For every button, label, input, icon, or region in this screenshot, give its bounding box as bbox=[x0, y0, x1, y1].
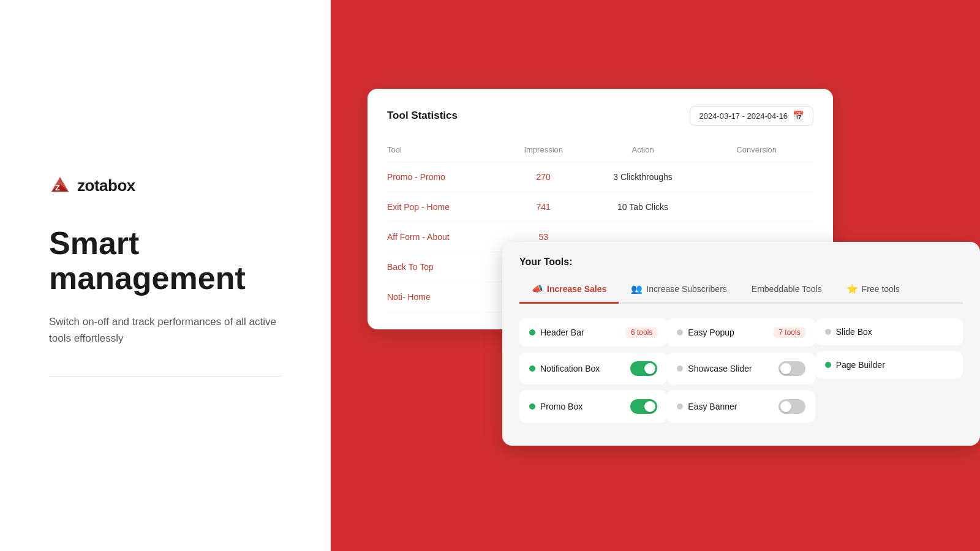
tool-name[interactable]: Back To Top bbox=[387, 262, 501, 272]
toggle-easy-banner[interactable] bbox=[778, 399, 805, 414]
svg-text:Z: Z bbox=[55, 183, 60, 192]
tools-card: Your Tools: 📣 Increase Sales 👥 Increase … bbox=[502, 242, 980, 446]
calendar-icon: 📅 bbox=[793, 110, 804, 121]
page-headline: Smart management bbox=[49, 226, 282, 296]
tab-label: Increase Sales bbox=[547, 284, 606, 294]
status-dot-green bbox=[825, 362, 831, 368]
status-dot-green bbox=[529, 329, 535, 335]
stats-header: Tool Statistics 2024-03-17 - 2024-04-16 … bbox=[387, 106, 813, 126]
page-subtext: Switch on-off and track performances of … bbox=[49, 313, 282, 347]
list-item: Showcase Slider bbox=[667, 353, 815, 384]
toggle-promo-box[interactable] bbox=[630, 399, 657, 414]
tool-item-left: Promo Box bbox=[529, 402, 582, 411]
zotabox-logo-icon: Z bbox=[49, 174, 71, 197]
tools-grid: Header Bar 6 tools Notification Box bbox=[519, 316, 963, 431]
status-dot-green bbox=[529, 403, 535, 410]
col-action: Action bbox=[586, 145, 700, 154]
status-dot-gray bbox=[677, 403, 683, 410]
tool-item-name: Promo Box bbox=[540, 402, 582, 411]
tab-increase-subscribers[interactable]: 👥 Increase Subscribers bbox=[619, 277, 739, 304]
stats-title: Tool Statistics bbox=[387, 110, 458, 122]
impression-val: 53 bbox=[501, 232, 586, 242]
status-dot-green bbox=[529, 365, 535, 372]
stats-table-header: Tool Impression Action Conversion bbox=[387, 140, 813, 162]
tool-column-3: Slide Box Page Builder bbox=[815, 316, 963, 431]
logo-text: zotabox bbox=[77, 176, 135, 195]
list-item: Notification Box bbox=[519, 353, 667, 384]
tool-item-left: Header Bar bbox=[529, 328, 584, 337]
tab-label: Embeddable Tools bbox=[752, 284, 822, 294]
star-icon: ⭐ bbox=[846, 283, 858, 294]
tool-item-name: Header Bar bbox=[540, 328, 584, 337]
tool-name[interactable]: Noti- Home bbox=[387, 292, 501, 302]
list-item: Easy Banner bbox=[667, 391, 815, 422]
tool-item-name: Easy Popup bbox=[688, 328, 734, 337]
table-row: Promo - Promo 270 3 Clickthroughs bbox=[387, 162, 813, 192]
tool-item-left: Easy Popup bbox=[677, 328, 734, 337]
list-item: Header Bar 6 tools bbox=[519, 318, 667, 347]
right-panel: Tool Statistics 2024-03-17 - 2024-04-16 … bbox=[331, 0, 980, 551]
impression-val: 270 bbox=[501, 172, 586, 182]
divider bbox=[49, 376, 282, 377]
tool-item-left: Showcase Slider bbox=[677, 364, 752, 373]
tools-card-title: Your Tools: bbox=[519, 257, 963, 268]
date-range[interactable]: 2024-03-17 - 2024-04-16 📅 bbox=[690, 106, 813, 126]
tool-item-left: Easy Banner bbox=[677, 402, 737, 411]
tab-embeddable-tools[interactable]: Embeddable Tools bbox=[739, 277, 834, 304]
left-panel: Z zotabox Smart management Switch on-off… bbox=[0, 0, 331, 551]
toggle-knob bbox=[780, 363, 791, 374]
tab-increase-sales[interactable]: 📣 Increase Sales bbox=[519, 277, 619, 304]
tool-item-left: Page Builder bbox=[825, 360, 885, 370]
col-tool: Tool bbox=[387, 145, 501, 154]
tools-tabs: 📣 Increase Sales 👥 Increase Subscribers … bbox=[519, 277, 963, 304]
status-dot-gray bbox=[677, 329, 683, 335]
impression-val: 741 bbox=[501, 202, 586, 212]
col-conversion: Conversion bbox=[699, 145, 813, 154]
toggle-knob bbox=[780, 401, 791, 412]
toggle-showcase-slider[interactable] bbox=[778, 361, 805, 376]
tool-column-1: Header Bar 6 tools Notification Box bbox=[519, 316, 667, 431]
tool-column-2: Easy Popup 7 tools Showcase Slider bbox=[667, 316, 815, 431]
megaphone-icon: 📣 bbox=[532, 283, 543, 294]
tool-item-name: Page Builder bbox=[836, 360, 885, 370]
toggle-knob bbox=[644, 401, 655, 412]
list-item: Slide Box bbox=[815, 318, 963, 345]
users-icon: 👥 bbox=[631, 283, 643, 294]
date-range-text: 2024-03-17 - 2024-04-16 bbox=[699, 111, 788, 121]
tool-badge: 7 tools bbox=[774, 327, 805, 338]
tool-name[interactable]: Promo - Promo bbox=[387, 172, 501, 182]
tool-item-left: Slide Box bbox=[825, 327, 872, 337]
tool-item-name: Notification Box bbox=[540, 364, 600, 373]
list-item: Page Builder bbox=[815, 351, 963, 378]
tab-free-tools[interactable]: ⭐ Free tools bbox=[834, 277, 912, 304]
status-dot-gray bbox=[825, 329, 831, 335]
table-row: Exit Pop - Home 741 10 Tab Clicks bbox=[387, 192, 813, 222]
tool-item-name: Slide Box bbox=[836, 327, 872, 337]
tab-label: Free tools bbox=[862, 284, 900, 294]
action-val: 10 Tab Clicks bbox=[586, 202, 700, 212]
toggle-knob bbox=[644, 363, 655, 374]
tool-name[interactable]: Aff Form - About bbox=[387, 232, 501, 242]
logo: Z zotabox bbox=[49, 174, 282, 197]
tool-item-left: Notification Box bbox=[529, 364, 600, 373]
status-dot-gray bbox=[677, 365, 683, 372]
tool-item-name: Easy Banner bbox=[688, 402, 737, 411]
tab-label: Increase Subscribers bbox=[646, 284, 727, 294]
tool-badge: 6 tools bbox=[626, 327, 657, 338]
tool-item-name: Showcase Slider bbox=[688, 364, 752, 373]
tool-name[interactable]: Exit Pop - Home bbox=[387, 202, 501, 212]
list-item: Promo Box bbox=[519, 391, 667, 422]
action-val: 3 Clickthroughs bbox=[586, 172, 700, 182]
col-impression: Impression bbox=[501, 145, 586, 154]
toggle-notification-box[interactable] bbox=[630, 361, 657, 376]
list-item: Easy Popup 7 tools bbox=[667, 318, 815, 347]
